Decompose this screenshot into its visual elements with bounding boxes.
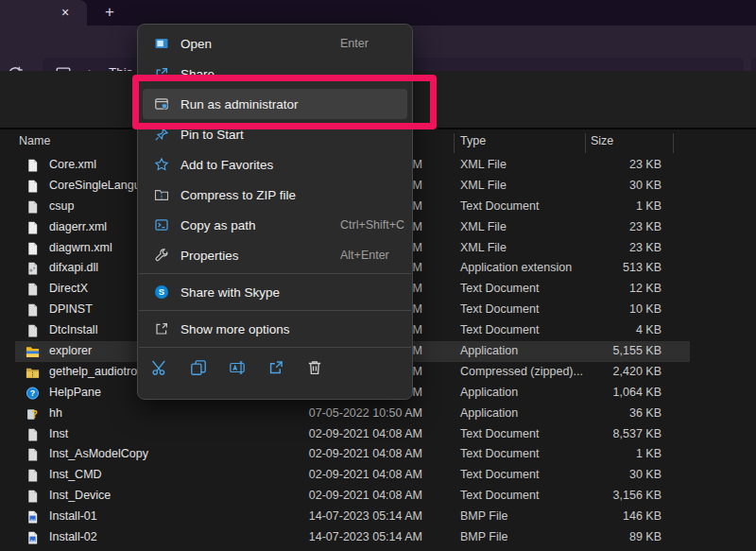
file-date-modified: 07-05-2022 10:50 AM [284, 404, 422, 424]
file-size: 3,156 KB [576, 486, 662, 507]
file-type: Text Document [460, 197, 539, 217]
file-name: DirectX [49, 279, 88, 300]
file-type: Text Document [460, 486, 539, 507]
file-name: explorer [49, 341, 92, 362]
file-size: 1 KB [576, 444, 662, 465]
file-size: 4 KB [576, 320, 662, 341]
rename-icon[interactable] [229, 359, 246, 376]
file-name: gethelp_audiotroub [49, 362, 150, 383]
column-divider[interactable] [454, 133, 455, 153]
file-row[interactable]: Install-0114-07-2023 05:14 AMBMP File146… [0, 507, 756, 527]
file-name: Inst_Device [49, 486, 111, 507]
menu-item-properties[interactable]: PropertiesAlt+Enter [143, 240, 407, 270]
file-name: diagerr.xml [49, 217, 107, 238]
show-more-icon [154, 321, 169, 336]
explorer-tab[interactable]: × [0, 0, 87, 26]
file-name: Inst_CMD [49, 465, 102, 486]
file-size: 10 KB [576, 300, 662, 320]
file-date-modified: 02-09-2021 04:08 AM [284, 486, 422, 507]
file-size: 30 KB [576, 176, 662, 197]
file-name: Install-01 [49, 507, 97, 527]
file-type: Text Document [460, 424, 539, 445]
zip-icon [154, 187, 169, 202]
menu-item-pin-to-start[interactable]: Pin to Start [143, 119, 407, 149]
file-date-modified: 14-07-2023 05:14 AM [284, 507, 422, 527]
column-divider[interactable] [673, 133, 674, 153]
file-size: 36 KB [576, 404, 662, 424]
menu-item-label: Run as administrator [180, 97, 299, 112]
menu-item-label: Copy as path [180, 218, 256, 232]
menu-item-shortcut: Enter [340, 37, 369, 50]
column-header-type[interactable]: Type [460, 134, 486, 147]
file-size: 12 KB [576, 279, 662, 300]
column-divider[interactable] [585, 133, 586, 153]
file-row[interactable]: Install-0214-07-2023 05:14 AMBMP File89 … [0, 527, 756, 548]
file-type: Application [460, 341, 518, 362]
file-type: Text Document [460, 279, 539, 300]
delete-icon[interactable] [306, 359, 323, 376]
svg-text:?: ? [32, 409, 38, 420]
file-type: BMP File [460, 527, 507, 548]
doc-dll-icon [26, 261, 40, 276]
menu-item-shortcut: Ctrl+Shift+C [340, 218, 404, 232]
cut-icon[interactable] [151, 359, 168, 376]
file-type: Application extension [460, 258, 572, 279]
file-type: XML File [460, 238, 507, 259]
file-name: Install-02 [49, 527, 97, 548]
menu-item-compress-to-zip-file[interactable]: Compress to ZIP file [143, 180, 407, 210]
doc-gray-icon [26, 468, 40, 483]
skype-icon: S [154, 284, 169, 300]
column-header-size[interactable]: Size [591, 134, 613, 147]
tab-bar: × + [0, 0, 756, 26]
file-name: HelpPane [49, 383, 101, 404]
file-type: Application [460, 404, 518, 424]
menu-item-share-with-skype[interactable]: SShare with Skype [143, 277, 407, 307]
menu-item-add-to-favorites[interactable]: Add to Favorites [143, 149, 407, 180]
file-size: 30 KB [576, 465, 662, 486]
file-row[interactable]: Inst02-09-2021 04:08 AMText Document8,53… [0, 424, 756, 445]
menu-separator [139, 347, 411, 348]
file-size: 23 KB [576, 217, 662, 238]
file-name: DtcInstall [49, 320, 97, 341]
file-row[interactable]: Inst_CMD02-09-2021 04:08 AMText Document… [0, 465, 756, 486]
doc-gray-icon [26, 489, 40, 504]
file-type: XML File [460, 217, 507, 238]
close-tab-icon[interactable]: × [57, 4, 74, 21]
menu-item-show-more-options[interactable]: Show more options [143, 314, 407, 344]
file-name: diagwrn.xml [49, 238, 112, 259]
file-type: Compressed (zipped)... [460, 362, 583, 383]
menu-item-label: Add to Favorites [180, 158, 273, 172]
menu-item-shortcut: Alt+Enter [340, 249, 389, 262]
svg-text:S: S [159, 286, 164, 297]
star-icon [154, 157, 169, 172]
menu-separator [139, 273, 411, 274]
column-header-name[interactable]: Name [19, 134, 50, 147]
new-tab-button[interactable]: + [100, 3, 119, 22]
menu-item-label: Show more options [180, 322, 290, 336]
run-admin-icon [154, 96, 169, 112]
doc-gray-icon [26, 323, 40, 338]
menu-item-copy-as-path[interactable]: Copy as pathCtrl+Shift+C [143, 210, 407, 240]
menu-item-share[interactable]: Share [143, 59, 407, 89]
menu-item-label: Share [180, 67, 215, 81]
file-type: Text Document [460, 300, 539, 320]
file-name: DPINST [49, 300, 93, 320]
file-row[interactable]: Inst_Device02-09-2021 04:08 AMText Docum… [0, 486, 756, 507]
pin-icon [154, 127, 169, 142]
doc-gray-icon [26, 302, 40, 318]
file-size: 23 KB [576, 238, 662, 259]
copy-icon[interactable] [190, 359, 207, 376]
zipped-folder-icon [26, 365, 40, 380]
menu-item-run-as-administrator[interactable]: Run as administrator [143, 89, 407, 119]
share-icon[interactable] [267, 359, 284, 376]
file-row[interactable]: ?hh07-05-2022 10:50 AMApplication36 KB [0, 404, 756, 424]
menu-item-open[interactable]: OpenEnter [143, 28, 407, 59]
open-icon [154, 36, 169, 51]
file-type: BMP File [460, 507, 507, 527]
menu-item-label: Compress to ZIP file [180, 188, 296, 202]
file-row[interactable]: Inst_AsModelCopy02-09-2021 04:08 AMText … [0, 444, 756, 465]
file-date-modified: 02-09-2021 04:08 AM [284, 465, 422, 486]
svg-text:?: ? [30, 388, 35, 398]
menu-separator [139, 310, 411, 311]
doc-gray-icon [26, 199, 40, 215]
